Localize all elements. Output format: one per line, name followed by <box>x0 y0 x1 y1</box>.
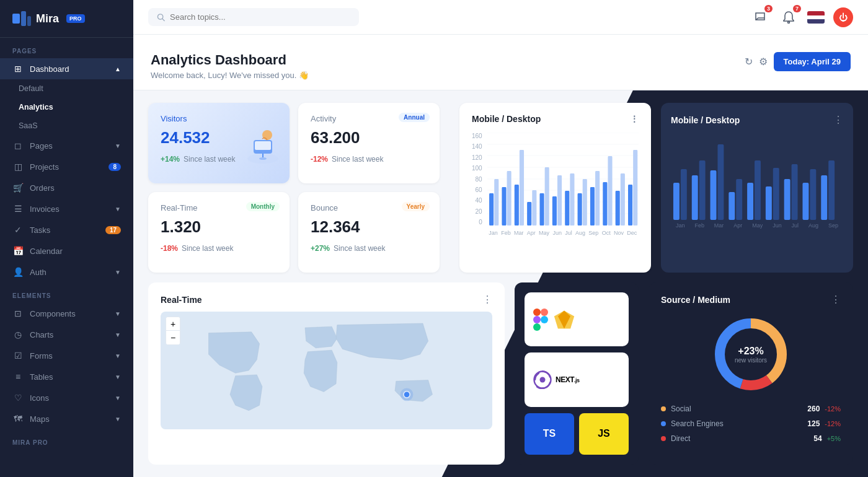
filter-button[interactable]: ⚙ <box>759 56 768 68</box>
svg-rect-43 <box>628 185 632 225</box>
sidebar-item-label: Charts <box>30 330 53 339</box>
svg-rect-31 <box>552 196 557 225</box>
search-icon <box>157 13 165 22</box>
svg-rect-36 <box>582 179 587 225</box>
search-dot <box>661 421 666 426</box>
sidebar-item-label: Default <box>19 84 43 93</box>
sidebar-item-dashboard[interactable]: ⊞ Dashboard ▲ <box>0 58 133 79</box>
svg-rect-45 <box>673 183 680 220</box>
sidebar-item-calendar[interactable]: 📅 Calendar <box>0 240 133 261</box>
search-wrap[interactable] <box>148 8 359 26</box>
chevron-icon: ▼ <box>115 352 121 359</box>
tasks-badge: 17 <box>105 226 121 234</box>
messages-button[interactable]: 3 <box>750 7 770 27</box>
sidebar-item-pages[interactable]: ◻ Pages ▼ <box>0 135 133 156</box>
content: Analytics Dashboard Welcome back, Lucy! … <box>133 35 868 477</box>
bounce-since: Since last week <box>334 244 385 253</box>
dark-bars-container <box>671 133 843 220</box>
sidebar-item-default[interactable]: Default <box>0 79 133 98</box>
power-button[interactable]: ⏻ <box>833 7 853 27</box>
visitors-since: Since last week <box>184 155 235 164</box>
tech-logos-card: NEXT.js TS JS <box>515 282 639 465</box>
svg-rect-54 <box>755 160 761 220</box>
sidebar-item-label: Icons <box>30 393 49 403</box>
today-button[interactable]: Today: April 29 <box>774 52 851 71</box>
orders-icon: 🛒 <box>12 182 24 193</box>
svg-rect-42 <box>620 173 624 225</box>
activity-badge: Annual <box>399 113 430 122</box>
social-dot <box>661 406 666 411</box>
dark-chart-menu[interactable]: ⋮ <box>833 114 843 126</box>
svg-rect-30 <box>544 167 549 225</box>
chart-menu-button[interactable]: ⋮ <box>630 114 639 124</box>
realtime-value: 1.320 <box>161 217 277 237</box>
tech-redux-next: NEXT.js <box>525 352 629 406</box>
sidebar-item-analytics[interactable]: Analytics <box>0 98 133 116</box>
activity-value: 63.200 <box>311 128 427 147</box>
sidebar: Mira PRO PAGES ⊞ Dashboard ▲ Default Ana… <box>0 0 133 477</box>
pages-section-label: PAGES <box>0 38 133 58</box>
sidebar-item-tasks[interactable]: ✓ Tasks 17 <box>0 219 133 240</box>
sidebar-item-label: Forms <box>30 351 53 361</box>
svg-rect-50 <box>717 144 724 220</box>
svg-rect-35 <box>577 193 582 225</box>
svg-rect-41 <box>615 191 619 225</box>
redux-icon <box>533 370 552 389</box>
mobile-desktop-chart: Mobile / Desktop ⋮ 160 140 120 100 80 60… <box>459 103 651 273</box>
sidebar-item-projects[interactable]: ◫ Projects 8 <box>0 156 133 177</box>
zoom-in-button[interactable]: + <box>166 317 180 331</box>
sidebar-item-auth[interactable]: 👤 Auth ▼ <box>0 261 133 282</box>
language-selector[interactable] <box>807 11 825 24</box>
zoom-buttons: + − <box>166 317 180 345</box>
source-list: Social 260 -12% Search Engines 125 -12% <box>661 405 841 443</box>
source-row-social: Social 260 -12% <box>661 405 841 413</box>
chevron-icon: ▼ <box>115 269 121 276</box>
svg-point-11 <box>259 157 267 160</box>
sidebar-item-label: Components <box>30 309 76 318</box>
zoom-out-button[interactable]: − <box>166 331 180 344</box>
projects-badge: 8 <box>108 163 121 171</box>
notifications-button[interactable]: 7 <box>779 7 799 27</box>
svg-rect-8 <box>255 141 271 150</box>
svg-rect-33 <box>565 191 569 225</box>
direct-label: Direct <box>671 434 808 443</box>
sidebar-item-components[interactable]: ⊡ Components ▼ <box>0 303 133 324</box>
sidebar-item-label: Auth <box>30 268 46 277</box>
svg-rect-69 <box>533 323 541 331</box>
chevron-icon: ▼ <box>115 206 121 212</box>
refresh-button[interactable]: ↻ <box>745 56 753 68</box>
map-card-header: Real-Time ⋮ <box>161 294 492 305</box>
svg-rect-21 <box>489 193 494 225</box>
projects-icon: ◫ <box>12 161 24 172</box>
invoices-icon: ☰ <box>12 203 24 214</box>
sidebar-item-icons[interactable]: ♡ Icons ▼ <box>0 387 133 408</box>
tasks-icon: ✓ <box>12 224 24 235</box>
sidebar-item-maps[interactable]: 🗺 Maps ▼ <box>0 408 133 429</box>
svg-rect-66 <box>533 309 541 316</box>
sidebar-item-charts[interactable]: ◷ Charts ▼ <box>0 324 133 345</box>
donut-label: new visitors <box>735 357 767 364</box>
sidebar-item-saas[interactable]: SaaS <box>0 116 133 135</box>
pro-badge: PRO <box>66 14 85 23</box>
sidebar-item-tables[interactable]: ≡ Tables ▼ <box>0 366 133 387</box>
search-input[interactable] <box>170 12 350 22</box>
map-menu-button[interactable]: ⋮ <box>482 294 492 305</box>
page-subtitle: Welcome back, Lucy! We've missed you. 👋 <box>151 71 309 80</box>
search-engines-label: Search Engines <box>671 419 802 428</box>
sidebar-item-forms[interactable]: ☑ Forms ▼ <box>0 345 133 366</box>
chevron-icon: ▼ <box>115 142 121 149</box>
sidebar-item-invoices[interactable]: ☰ Invoices ▼ <box>0 198 133 219</box>
sidebar-item-label: Tables <box>30 372 53 382</box>
svg-rect-34 <box>570 173 574 225</box>
svg-rect-24 <box>507 171 511 225</box>
svg-point-65 <box>401 388 414 401</box>
sketch-icon <box>553 309 575 331</box>
app-name: Mira <box>36 12 59 25</box>
svg-rect-44 <box>633 150 637 225</box>
source-medium-menu[interactable]: ⋮ <box>831 294 841 305</box>
sidebar-item-orders[interactable]: 🛒 Orders <box>0 177 133 198</box>
svg-rect-28 <box>532 190 536 225</box>
direct-change: +5% <box>827 435 841 442</box>
realtime-map-card: Real-Time ⋮ + − <box>148 282 505 465</box>
javascript-card: JS <box>579 413 629 455</box>
